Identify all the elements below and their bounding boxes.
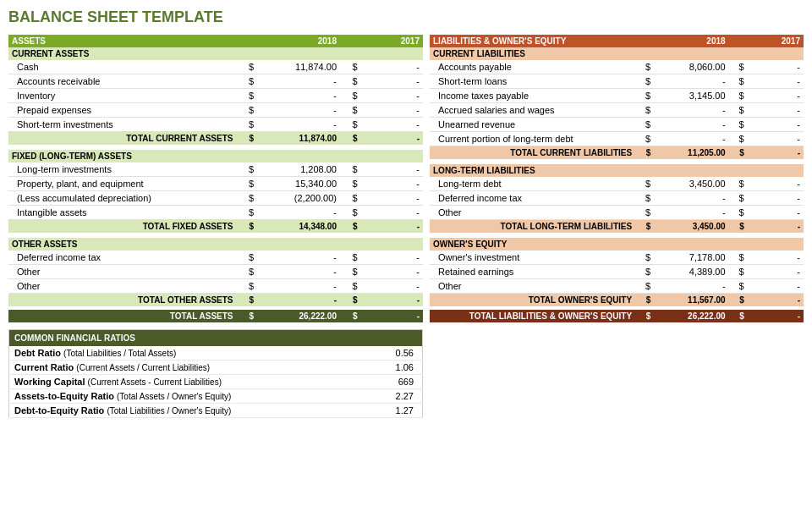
list-item: (Less accumulated depreciation) $ (2,200… [8,191,423,206]
total-fixed-assets-val1: 14,348.00 [257,220,340,234]
list-item: Long-term investments $ 1,208.00 $ - [8,162,423,177]
total-fixed-assets-val2: - [361,220,424,234]
list-item: Other $ - $ - [430,206,804,220]
list-item: Other $ - $ - [8,265,423,279]
total-assets-val2: - [361,310,424,322]
other-assets-header: OTHER ASSETS [8,238,423,250]
list-item: Income taxes payable $ 3,145.00 $ - [430,89,804,103]
list-item: Property, plant, and equipment $ 15,340.… [8,177,423,191]
assets-table: ASSETS 2018 2017 CURRENT ASSETS Cash $ 1… [8,35,423,322]
list-item: Deferred income tax $ - $ - [430,191,804,206]
total-current-assets-val1: 11,874.00 [257,132,340,146]
list-item: Intangible assets $ - $ - [8,206,423,220]
ratio-item: Current Ratio (Current Assets / Current … [9,361,423,375]
total-other-assets-label: TOTAL OTHER ASSETS [8,294,237,307]
list-item: Unearned revenue $ - $ - [430,118,804,132]
total-other-assets-val2: - [361,294,424,307]
ratio-item: Debt Ratio (Total Liabilities / Total As… [9,346,423,361]
main-layout: ASSETS 2018 2017 CURRENT ASSETS Cash $ 1… [8,35,804,423]
total-other-assets-val1: - [257,294,340,307]
long-term-liabilities-header: LONG-TERM LIABILITIES [430,164,804,177]
list-item: Accrued salaries and wages $ - $ - [430,103,804,118]
list-item: Retained earnings $ 4,389.00 $ - [430,265,804,279]
total-owners-equity-val2: - [748,294,804,307]
total-current-assets-label: TOTAL CURRENT ASSETS [8,132,237,146]
list-item: Short-term investments $ - $ - [8,118,423,132]
total-liabilities-equity-val2: - [748,310,804,322]
total-fixed-assets-label: TOTAL FIXED ASSETS [8,220,237,234]
liabilities-column: LIABILITIES & OWNER'S EQUITY 2018 2017 C… [430,35,804,423]
total-long-term-liabilities-val1: 3,450.00 [654,220,728,234]
list-item: Inventory $ - $ - [8,89,423,103]
assets-year2: 2017 [361,35,424,47]
ratios-header: COMMON FINANCIAL RATIOS [9,330,423,347]
assets-column: ASSETS 2018 2017 CURRENT ASSETS Cash $ 1… [8,35,423,423]
fixed-assets-header: FIXED (LONG-TERM) ASSETS [8,150,423,162]
list-item: Accounts payable $ 8,060.00 $ - [430,60,804,74]
ratios-table: COMMON FINANCIAL RATIOS Debt Ratio (Tota… [8,329,423,418]
liabilities-header: LIABILITIES & OWNER'S EQUITY [430,35,635,47]
total-current-liabilities-val2: - [748,146,804,160]
list-item: Long-term debt $ 3,450.00 $ - [430,177,804,191]
total-assets-label: TOTAL ASSETS [8,310,237,322]
assets-year1: 2018 [257,35,340,47]
ratio-item: Working Capital (Current Assets - Curren… [9,375,423,389]
total-current-liabilities-val1: 11,205.00 [654,146,728,160]
list-item: Current portion of long-term debt $ - $ … [430,132,804,146]
total-owners-equity-label: TOTAL OWNER'S EQUITY [430,294,635,307]
total-liabilities-equity-val1: 26,222.00 [654,310,728,322]
owners-equity-header: OWNER'S EQUITY [430,238,804,250]
total-current-liabilities-label: TOTAL CURRENT LIABILITIES [430,146,635,160]
list-item: Short-term loans $ - $ - [430,74,804,89]
page-title: BALANCE SHEET TEMPLATE [8,8,804,26]
total-assets-val1: 26,222.00 [257,310,340,322]
ratio-item: Debt-to-Equity Ratio (Total Liabilities … [9,404,423,418]
total-current-assets-val2: - [361,132,424,146]
total-long-term-liabilities-val2: - [748,220,804,234]
list-item: Owner's investment $ 7,178.00 $ - [430,250,804,265]
total-long-term-liabilities-label: TOTAL LONG-TERM LIABILITIES [430,220,635,234]
list-item: Other $ - $ - [8,279,423,294]
current-assets-header: CURRENT ASSETS [8,47,423,60]
list-item: Prepaid expenses $ - $ - [8,103,423,118]
liabilities-year1: 2018 [654,35,728,47]
current-liabilities-header: CURRENT LIABILITIES [430,47,804,60]
liabilities-table: LIABILITIES & OWNER'S EQUITY 2018 2017 C… [430,35,804,322]
ratio-item: Assets-to-Equity Ratio (Total Assets / O… [9,389,423,404]
list-item: Other $ - $ - [430,279,804,294]
assets-header: ASSETS [8,35,237,47]
liabilities-year2: 2017 [748,35,804,47]
total-liabilities-equity-label: TOTAL LIABILITIES & OWNER'S EQUITY [430,310,635,322]
list-item: Deferred income tax $ - $ - [8,250,423,265]
list-item: Accounts receivable $ - $ - [8,74,423,89]
list-item: Cash $ 11,874.00 $ - [8,60,423,74]
total-owners-equity-val1: 11,567.00 [654,294,728,307]
